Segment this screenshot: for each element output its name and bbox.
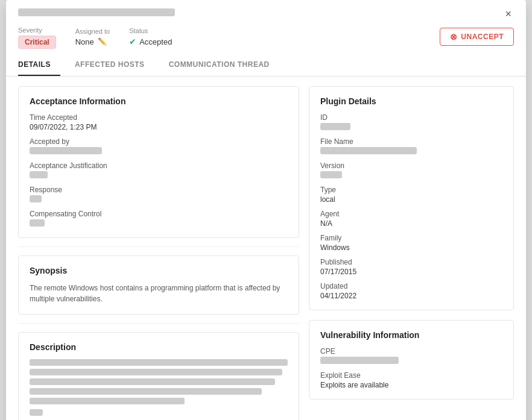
compensating-control-label: Compensating Control [30,210,288,218]
plugin-title: Plugin Details [320,96,502,106]
exploit-ease-label: Exploit Ease [320,371,502,380]
right-column: Plugin Details ID File Name Version Type… [309,86,514,420]
left-column: Acceptance Information Time Accepted 09/… [18,86,299,420]
synopsis-title: Synopsis [30,266,288,275]
status-field: Status ✔ Accepted [129,27,172,46]
tab-affected-hosts[interactable]: AFFECTED HOSTS [75,55,154,76]
unaccept-button[interactable]: ⊗ UNACCEPT [440,28,514,46]
synopsis-text: The remote Windows host contains a progr… [30,283,288,304]
justification-value [30,171,288,180]
assigned-value: None ✏️ [75,37,110,46]
synopsis-card: Synopsis The remote Windows host contain… [18,255,299,315]
unaccept-icon: ⊗ [450,32,458,42]
filename-value [320,147,502,155]
published-value: 07/17/2015 [320,268,502,276]
family-label: Family [320,234,502,242]
exploit-ease-value: Exploits are available [320,381,502,389]
compensating-control-value [30,219,288,228]
status-label: Status [129,27,172,34]
description-title: Description [30,342,288,352]
status-text: Accepted [139,37,172,46]
acceptance-card: Acceptance Information Time Accepted 09/… [18,86,299,238]
modal-title [18,8,175,17]
modal-container: × Severity Critical Assigned to None ✏️ … [6,0,526,420]
severity-field: Severity Critical [18,27,56,47]
assigned-text: None [75,37,94,46]
type-label: Type [320,186,502,194]
published-label: Published [320,258,502,266]
unaccept-label: UNACCEPT [461,33,504,41]
plugin-id-label: ID [320,113,502,122]
acceptance-title: Acceptance Information [30,96,288,106]
tab-details[interactable]: DETAILS [18,55,60,76]
type-value: local [320,195,502,204]
content-area: Acceptance Information Time Accepted 09/… [6,77,526,420]
assigned-label: Assigned to [75,28,110,35]
family-value: Windows [320,243,502,252]
time-accepted-label: Time Accepted [30,113,288,122]
version-value [320,171,502,180]
plugin-card: Plugin Details ID File Name Version Type… [309,86,514,310]
justification-label: Acceptance Justification [30,161,288,170]
vulnerability-title: Vulnerability Information [320,330,502,340]
tabs-row: DETAILS AFFECTED HOSTS COMMUNICATION THR… [6,55,526,77]
description-card: Description [18,332,299,420]
accepted-by-value [30,147,288,155]
agent-label: Agent [320,210,502,218]
edit-icon[interactable]: ✏️ [98,37,107,46]
cpe-value [320,357,502,365]
version-label: Version [320,161,502,170]
cpe-label: CPE [320,347,502,356]
modal-title-area [18,8,175,19]
response-label: Response [30,186,288,194]
time-accepted-value: 09/07/2022, 1:23 PM [30,123,288,131]
divider-1 [18,246,299,247]
plugin-id-value [320,123,502,131]
response-value [30,195,288,204]
divider-2 [18,323,299,324]
filename-label: File Name [320,137,502,146]
vulnerability-card: Vulnerability Information CPE Exploit Ea… [309,320,514,400]
agent-value: N/A [320,219,502,228]
meta-row: Severity Critical Assigned to None ✏️ St… [6,19,526,47]
accepted-by-label: Accepted by [30,137,288,146]
updated-label: Updated [320,282,502,290]
updated-value: 04/11/2022 [320,292,502,300]
close-button[interactable]: × [502,8,514,19]
severity-label: Severity [18,27,56,34]
modal-header: × [6,0,526,19]
severity-badge: Critical [18,36,56,49]
description-content [30,359,288,420]
tab-communication[interactable]: COMMUNICATION THREAD [169,55,279,76]
check-icon: ✔ [129,37,136,46]
status-value: ✔ Accepted [129,37,172,46]
assigned-field: Assigned to None ✏️ [75,28,110,46]
